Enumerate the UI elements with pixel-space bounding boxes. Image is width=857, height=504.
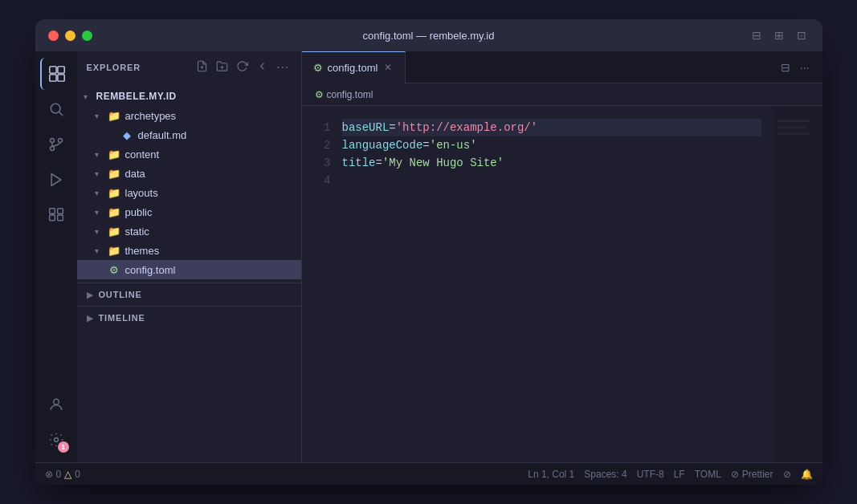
activity-search[interactable] (40, 93, 72, 125)
status-bar: ⊗ 0 △ 0 Ln 1, Col 1 Spaces: 4 UTF-8 LF T… (35, 462, 822, 485)
activity-explorer[interactable] (40, 58, 72, 90)
status-encoding[interactable]: UTF-8 (637, 469, 664, 480)
split-editor-button[interactable]: ⊟ (777, 58, 794, 77)
chevron-right-icon: ▾ (95, 246, 104, 255)
toml-tab-icon: ⚙ (313, 62, 323, 74)
folder-icon: 📁 (108, 187, 120, 199)
spaces-text: Spaces: 4 (584, 469, 626, 480)
status-formatter[interactable]: ⊘ Prettier (731, 469, 773, 480)
svg-rect-12 (57, 215, 63, 221)
folder-icon: 📁 (108, 148, 120, 161)
tab-config-toml[interactable]: ⚙ config.toml ✕ (302, 51, 406, 83)
token-op: = (376, 154, 382, 172)
folder-icon: 📁 (108, 168, 120, 180)
md-file-icon: ◆ (120, 129, 133, 141)
token-value: 'My New Hugo Site' (382, 154, 504, 172)
minimap (774, 106, 822, 462)
outline-header[interactable]: ▶ OUTLINE (77, 283, 301, 306)
split-editor-icon[interactable]: ⊟ (749, 27, 765, 43)
chevron-right-icon: ▾ (95, 208, 104, 217)
new-folder-icon[interactable] (214, 59, 230, 76)
folder-name: content (125, 148, 160, 161)
close-button[interactable] (48, 30, 59, 41)
layout-icon[interactable]: ⊞ (771, 27, 787, 43)
file-name: default.md (138, 129, 187, 141)
tree-folder-data[interactable]: ▾ 📁 data (77, 164, 301, 183)
token-key: title (342, 154, 376, 172)
status-notifications[interactable]: 🔔 (801, 469, 813, 480)
activity-settings[interactable]: 1 (40, 424, 72, 456)
status-right: Ln 1, Col 1 Spaces: 4 UTF-8 LF TOML ⊘ Pr… (528, 469, 812, 480)
chevron-right-icon: ▶ (87, 314, 94, 323)
titlebar: config.toml — rembele.my.id ⊟ ⊞ ⊡ (35, 19, 822, 51)
activity-source-control[interactable] (40, 128, 72, 161)
line-number-3: 3 (324, 154, 330, 172)
breadcrumb: ⚙ config.toml (302, 83, 822, 106)
activity-bar: 1 (35, 51, 77, 462)
breadcrumb-file-name[interactable]: config.toml (327, 89, 373, 100)
tab-close-button[interactable]: ✕ (382, 60, 394, 75)
tree-folder-content[interactable]: ▾ 📁 content (77, 144, 301, 164)
status-language[interactable]: TOML (695, 469, 721, 480)
activity-run-debug[interactable] (40, 164, 72, 196)
svg-rect-13 (49, 209, 55, 214)
token-string: 'http://example.org/' (396, 119, 537, 136)
main-area: 1 EXPLORER (35, 51, 822, 462)
timeline-header[interactable]: ▶ TIMELINE (77, 307, 301, 329)
code-line-1: baseURL = 'http://example.org/' (342, 119, 761, 136)
tree-folder-static[interactable]: ▾ 📁 static (77, 222, 301, 241)
tree-file-default-md[interactable]: ▶ ◆ default.md (77, 125, 301, 144)
collapse-icon[interactable] (255, 59, 270, 76)
refresh-icon[interactable] (235, 59, 250, 76)
editor-content[interactable]: 1 2 3 4 baseURL = 'http://example.org/' … (302, 106, 822, 462)
folder-name: data (125, 168, 145, 180)
svg-line-5 (59, 112, 63, 116)
tree-folder-layouts[interactable]: ▾ 📁 layouts (77, 183, 301, 202)
status-position[interactable]: Ln 1, Col 1 (528, 469, 574, 480)
minimize-button[interactable] (65, 30, 75, 41)
tree-folder-public[interactable]: ▾ 📁 public (77, 202, 301, 222)
more-tab-actions[interactable]: ··· (797, 58, 813, 77)
outline-section: ▶ OUTLINE (77, 282, 301, 306)
folder-name: public (125, 206, 153, 218)
activity-account[interactable] (40, 388, 72, 421)
maximize-button[interactable] (82, 30, 92, 41)
svg-point-15 (53, 399, 59, 404)
position-text: Ln 1, Col 1 (528, 469, 574, 480)
sidebar-header: EXPLORER (77, 51, 301, 83)
titlebar-icons: ⊟ ⊞ ⊡ (749, 27, 810, 43)
activity-bar-bottom: 1 (40, 388, 72, 462)
chevron-down-icon: ▾ (84, 92, 93, 101)
outline-label: OUTLINE (98, 290, 141, 299)
chevron-right-icon: ▶ (87, 291, 94, 299)
warning-count: 0 (75, 469, 80, 480)
token-value: 'en-us' (430, 136, 477, 154)
code-editor[interactable]: baseURL = 'http://example.org/' language… (342, 106, 774, 462)
file-name: config.toml (125, 264, 176, 276)
folder-name: archetypes (125, 110, 177, 122)
folder-icon: 📁 (108, 245, 120, 257)
line-numbers: 1 2 3 4 (302, 106, 342, 462)
tree-folder-themes[interactable]: ▾ 📁 themes (77, 241, 301, 260)
sidebar-actions: ··· (194, 59, 291, 76)
activity-extensions[interactable] (40, 199, 72, 231)
line-number-1: 1 (324, 119, 330, 136)
activity-bar-top (40, 58, 72, 388)
new-file-icon[interactable] (194, 59, 210, 76)
vscode-window: config.toml — rembele.my.id ⊟ ⊞ ⊡ (35, 19, 822, 485)
status-spaces[interactable]: Spaces: 4 (584, 469, 626, 480)
customize-layout-icon[interactable]: ⊡ (794, 27, 810, 43)
tree-folder-archetypes[interactable]: ▾ 📁 archetypes (77, 106, 301, 125)
more-icon[interactable]: ··· (275, 59, 291, 76)
tab-bar: ⚙ config.toml ✕ ⊟ ··· (302, 51, 822, 83)
status-line-ending[interactable]: LF (674, 469, 685, 480)
status-remote[interactable]: ⊘ (783, 469, 791, 480)
svg-rect-3 (57, 75, 63, 81)
chevron-down-icon: ▾ (95, 112, 104, 120)
svg-point-8 (50, 147, 54, 151)
svg-rect-2 (49, 75, 55, 81)
tree-root-item[interactable]: ▾ REMBELE.MY.ID (77, 87, 301, 106)
folder-name: layouts (125, 187, 158, 199)
tree-file-config-toml[interactable]: ▶ ⚙ config.toml (77, 260, 301, 279)
status-errors[interactable]: ⊗ 0 △ 0 (45, 469, 80, 480)
